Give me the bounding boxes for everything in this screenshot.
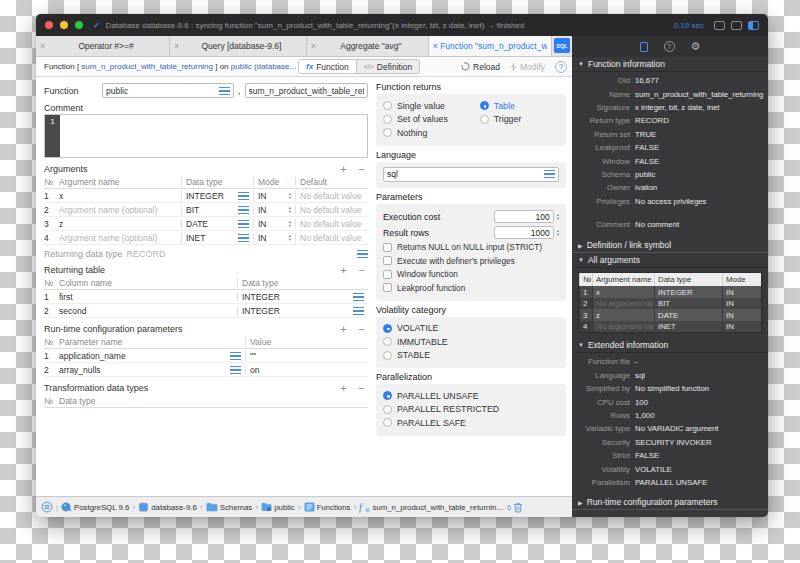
crumb-server[interactable]: PostgreSQL 9.6	[74, 503, 129, 512]
radio-icon[interactable]	[383, 115, 392, 124]
dropdown-list-icon[interactable]	[238, 234, 249, 242]
schema-select[interactable]: public	[102, 83, 234, 98]
execution-cost-input[interactable]: 100	[494, 210, 554, 223]
dropdown-list-icon[interactable]	[353, 307, 364, 315]
modify-button[interactable]: Modify	[510, 62, 545, 72]
section-definition-link-symbol[interactable]: ▶ Definition / link symbol	[572, 238, 768, 253]
add-argument-button[interactable]: +	[340, 163, 346, 175]
crumb-functions[interactable]: Functions	[317, 503, 351, 512]
tab-aggregate[interactable]: × Aggregate "avg"	[307, 36, 429, 56]
radio-icon[interactable]	[383, 128, 392, 137]
stepper-icon[interactable]: ▴▾	[289, 234, 291, 240]
tab-function-view[interactable]: fx Function	[299, 60, 357, 73]
radio-parallel-unsafe[interactable]: PARALLEL UNSAFE	[383, 389, 559, 403]
reload-button[interactable]: Reload	[461, 62, 500, 72]
argument-row[interactable]: 3 z DATE IN▴▾ No default value	[44, 217, 368, 231]
radio-icon[interactable]	[480, 115, 489, 124]
checkbox-icon[interactable]	[383, 243, 392, 252]
toggle-bottom-panel-button[interactable]	[731, 21, 742, 30]
radio-icon[interactable]	[383, 101, 392, 110]
tab-operator[interactable]: × Operator #>=#	[36, 36, 170, 56]
radio-table[interactable]: Table	[480, 99, 559, 113]
toggle-right-panel-button[interactable]	[748, 21, 759, 30]
zoom-window-button[interactable]	[75, 21, 83, 29]
function-name-link[interactable]: sum_n_product_with_table_returning	[81, 62, 213, 71]
stepper-icon[interactable]: ▴▾	[557, 213, 559, 219]
crumb-public[interactable]: public	[274, 503, 294, 512]
tab-function[interactable]: × Function "sum_n_product_w...	[429, 36, 552, 56]
function-name-input[interactable]: sum_n_product_with_table_returning	[245, 83, 368, 98]
radio-parallel-safe[interactable]: PARALLEL SAFE	[383, 416, 559, 430]
close-icon[interactable]: ×	[311, 41, 316, 51]
crumb-schemas[interactable]: Schemas	[220, 503, 253, 512]
dropdown-list-icon[interactable]	[238, 206, 249, 214]
dropdown-list-icon[interactable]	[357, 250, 368, 258]
trash-icon[interactable]	[513, 502, 523, 513]
argument-row[interactable]: 1 x INTEGER IN▴▾ No default value	[44, 189, 368, 203]
sql-editor-button[interactable]: SQL	[554, 38, 570, 53]
section-runtime-configuration[interactable]: ▶ Run-time configuration parameters	[572, 495, 768, 510]
radio-icon[interactable]	[383, 337, 392, 346]
crumb-function-name[interactable]: sum_n_product_with_table_returnin...	[372, 503, 502, 512]
radio-stable[interactable]: STABLE	[383, 349, 559, 363]
checkbox-icon[interactable]	[383, 283, 392, 292]
remove-transformation-button[interactable]: −	[359, 382, 365, 394]
checkbox-strict[interactable]: Returns NULL on NULL input (STRICT)	[383, 241, 559, 255]
radio-icon[interactable]	[383, 418, 392, 427]
remove-argument-button[interactable]: −	[359, 163, 365, 175]
add-column-button[interactable]: +	[340, 264, 346, 276]
close-icon[interactable]: ×	[40, 41, 45, 51]
stepper-icon[interactable]: ▴▾	[557, 229, 559, 235]
radio-set-of-values[interactable]: Set of values	[383, 113, 480, 127]
dropdown-list-icon[interactable]	[230, 352, 241, 360]
dropdown-list-icon[interactable]	[544, 170, 555, 178]
checkbox-icon[interactable]	[383, 270, 392, 279]
dropdown-list-icon[interactable]	[353, 293, 364, 301]
add-transformation-button[interactable]: +	[340, 382, 346, 394]
returning-column-row[interactable]: 2 second INTEGER	[44, 304, 368, 318]
add-parameter-button[interactable]: +	[340, 323, 346, 335]
stepper-icon[interactable]: ▴▾	[289, 206, 291, 212]
section-all-arguments[interactable]: ▼ All arguments	[572, 253, 768, 268]
all-arguments-row[interactable]: 3 z DATE IN	[579, 309, 761, 321]
dropdown-list-icon[interactable]	[230, 366, 241, 374]
comment-editor[interactable]: 1	[44, 114, 368, 158]
tab-query[interactable]: × Query [database-9.6]	[170, 36, 307, 56]
comment-text-area[interactable]	[60, 115, 367, 157]
minimize-window-button[interactable]	[60, 21, 68, 29]
radio-icon[interactable]	[383, 405, 392, 414]
schema-link[interactable]: public	[231, 62, 252, 71]
radio-selected-icon[interactable]	[383, 391, 392, 400]
remove-column-button[interactable]: −	[359, 264, 365, 276]
section-function-information[interactable]: ▼ Function information	[572, 57, 768, 72]
menu-circle-icon[interactable]	[41, 501, 53, 513]
document-icon[interactable]	[640, 42, 648, 52]
stepper-icon[interactable]: ▴▾	[289, 220, 291, 226]
radio-immutable[interactable]: IMMUTABLE	[383, 335, 559, 349]
close-window-button[interactable]	[45, 21, 53, 29]
dropdown-list-icon[interactable]	[238, 220, 249, 228]
close-icon[interactable]: ×	[433, 41, 438, 51]
checkbox-leakproof-function[interactable]: Leakproof function	[383, 281, 559, 295]
all-arguments-row[interactable]: 1 x INTEGER IN	[579, 286, 761, 298]
runtime-param-row[interactable]: 1 application_name ""	[44, 349, 368, 363]
argument-row[interactable]: 4 Argument name (optional) INET IN▴▾ No …	[44, 231, 368, 245]
radio-selected-icon[interactable]	[383, 324, 392, 333]
close-icon[interactable]: ×	[174, 41, 179, 51]
all-arguments-row[interactable]: 4 No argument name INET IN	[579, 321, 761, 333]
tab-definition-view[interactable]: </> Definition	[357, 60, 420, 73]
remove-parameter-button[interactable]: −	[359, 323, 365, 335]
stepper-icon[interactable]: ▴▾	[289, 192, 291, 198]
runtime-param-row[interactable]: 2 array_nulls on	[44, 363, 368, 377]
checkbox-window-function[interactable]: Window function	[383, 268, 559, 282]
result-rows-input[interactable]: 1000	[494, 226, 554, 239]
argument-row[interactable]: 2 Argument name (optional) BIT IN▴▾ No d…	[44, 203, 368, 217]
help-button[interactable]: ?	[555, 61, 567, 73]
help-icon[interactable]: ?	[664, 41, 675, 52]
radio-trigger[interactable]: Trigger	[480, 113, 559, 127]
all-arguments-row[interactable]: 2 No argument name BIT IN	[579, 298, 761, 310]
dropdown-list-icon[interactable]	[238, 192, 249, 200]
toggle-left-panel-button[interactable]	[714, 21, 725, 30]
radio-single-value[interactable]: Single value	[383, 99, 480, 113]
returning-data-type-value[interactable]: RECORD	[127, 249, 353, 259]
